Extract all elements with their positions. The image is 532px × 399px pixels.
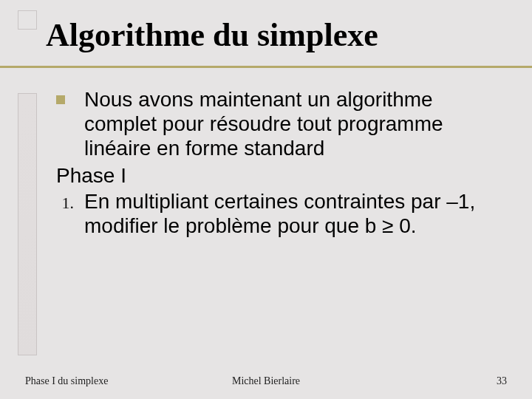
bullet-item: Nous avons maintenant un algorithme comp… <box>56 87 502 160</box>
slide-content: Nous avons maintenant un algorithme comp… <box>56 87 502 238</box>
title-underline <box>0 66 532 68</box>
slide-title: Algorithme du simplexe <box>46 16 507 54</box>
footer-center: Michel Bierlaire <box>232 375 300 387</box>
square-bullet-icon <box>56 95 65 104</box>
bullet-text: Nous avons maintenant un algorithme comp… <box>84 87 502 160</box>
numbered-text: En multipliant certaines contraintes par… <box>84 189 502 238</box>
decorative-corner-box <box>18 10 37 30</box>
slide-number: 33 <box>497 375 507 387</box>
numbered-marker: 1. <box>50 194 84 213</box>
slide-footer: Phase I du simplexe Michel Bierlaire 33 <box>25 375 507 387</box>
footer-left: Phase I du simplexe <box>25 375 108 387</box>
decorative-side-bar <box>18 93 37 355</box>
numbered-item: 1. En multipliant certaines contraintes … <box>56 189 502 238</box>
slide: Algorithme du simplexe Nous avons mainte… <box>0 0 532 399</box>
phase-label: Phase I <box>56 163 502 188</box>
